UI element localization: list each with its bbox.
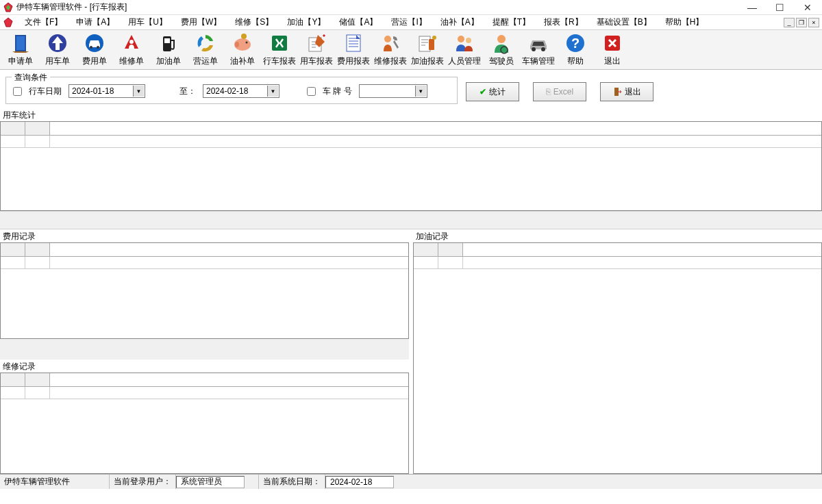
status-date-value: 2024-02-18 [325,476,394,488]
menu-vehicle[interactable]: 用车【U】 [121,15,174,29]
door-icon [10,32,32,54]
car-grey-icon [527,32,549,54]
expense-section-label: 费用记录 [0,229,409,242]
svg-point-11 [235,42,239,47]
tool-fuel-report[interactable]: 加油报表 [410,32,445,68]
date-to-combo[interactable]: 2024-02-18 ▼ [203,84,279,98]
tool-operate-order[interactable]: 营运单 [188,32,223,68]
tool-drive-report[interactable]: 行车报表 [262,32,297,68]
menu-expense[interactable]: 费用【W】 [174,15,228,29]
date-checkbox[interactable] [13,87,22,96]
driver-icon [490,32,512,54]
tool-vehicle-report[interactable]: 用车报表 [299,32,334,68]
divider [0,211,822,229]
status-bar: 伊特车辆管理软件 当前登录用户： 系统管理员 当前系统日期： 2024-02-1… [0,474,822,489]
tool-expense-order[interactable]: 费用单 [77,32,112,68]
exit-icon [601,32,623,54]
mdi-close-button[interactable]: × [808,18,819,27]
tool-vehicle-order[interactable]: 用车单 [40,32,75,68]
piggy-icon [232,32,253,54]
tool-label: 费用报表 [337,55,370,67]
svg-point-10 [246,42,248,44]
query-fieldset: 查询条件 行车日期 2024-01-18 ▼ 至： 2024-02-18 ▼ 车… [5,77,458,104]
menu-repair[interactable]: 维修【S】 [228,15,280,29]
person-red-icon [121,32,142,54]
date-from-combo[interactable]: 2024-01-18 ▼ [68,84,145,98]
excel-label: Excel [553,87,573,97]
svg-point-20 [458,36,464,42]
svg-point-24 [532,47,536,51]
menu-bar: 文件【F】 申请【A】 用车【U】 费用【W】 维修【S】 加油【Y】 储值【A… [0,15,822,30]
svg-text:?: ? [571,36,580,51]
title-bar: 伊特车辆管理软件 - [行车报表] — ☐ ✕ [0,0,822,15]
tool-repair-order[interactable]: 维修单 [114,32,149,68]
menu-operate[interactable]: 营运【I】 [384,15,433,29]
plate-combo[interactable]: ▼ [359,84,427,98]
usage-grid[interactable] [0,121,822,211]
tool-help[interactable]: ? 帮助 [558,32,593,68]
status-user-label: 当前登录用户： [110,475,176,489]
tool-driver[interactable]: 驾驶员 [484,32,519,68]
excel-icon [269,32,290,54]
tool-subsidy-order[interactable]: 油补单 [225,32,260,68]
tool-label: 驾驶员 [489,55,514,67]
tool-apply[interactable]: 申请单 [3,32,38,68]
tool-repair-report[interactable]: 维修报表 [373,32,408,68]
mdi-minimize-button[interactable]: _ [784,18,795,27]
plate-label: 车 牌 号 [323,86,352,97]
window-title: 伊特车辆管理软件 - [行车报表] [16,1,738,13]
tool-label: 车辆管理 [522,55,555,67]
check-icon: ✔ [480,87,486,97]
fuel-grid[interactable] [413,242,822,474]
tool-people[interactable]: 人员管理 [447,32,482,68]
usage-section-label: 用车统计 [0,108,822,121]
mdi-restore-button[interactable]: ❐ [796,18,807,27]
query-panel: 查询条件 行车日期 2024-01-18 ▼ 至： 2024-02-18 ▼ 车… [0,70,822,108]
menu-subsidy[interactable]: 油补【A】 [434,15,486,29]
menu-settings[interactable]: 基础设置【B】 [590,15,658,29]
menu-fuel[interactable]: 加油【Y】 [280,15,332,29]
status-app: 伊特车辆管理软件 [0,475,110,489]
close-button[interactable]: ✕ [793,0,822,14]
expense-grid[interactable] [0,242,409,339]
date-label: 行车日期 [29,86,62,97]
svg-point-21 [466,38,471,43]
menu-remind[interactable]: 提醒【T】 [486,15,537,29]
menu-report[interactable]: 报表【R】 [537,15,590,29]
fuel-icon [158,32,179,54]
excel-button[interactable]: ⎘ Excel [533,82,586,101]
repair-grid[interactable] [0,373,409,474]
tool-exit[interactable]: 退出 [595,32,630,68]
tool-label: 帮助 [567,55,584,67]
menu-file[interactable]: 文件【F】 [18,15,69,29]
date-from-value: 2024-01-18 [72,86,114,96]
fuel-section-label: 加油记录 [413,229,822,242]
exit-button[interactable]: 退出 [600,82,653,101]
plate-checkbox[interactable] [307,87,316,96]
status-date-label: 当前系统日期： [258,475,325,489]
tool-expense-report[interactable]: 费用报表 [336,32,371,68]
menu-deposit[interactable]: 储值【A】 [332,15,384,29]
svg-point-25 [541,47,545,51]
tool-label: 申请单 [8,55,33,67]
stat-label: 统计 [489,86,506,98]
menu-help[interactable]: 帮助【H】 [658,15,711,29]
sheet-icon [342,32,364,54]
stat-button[interactable]: ✔ 统计 [466,82,519,101]
chevron-down-icon: ▼ [267,86,278,97]
svg-point-6 [129,40,134,44]
tool-vehicle-manage[interactable]: 车辆管理 [521,32,556,68]
status-user-value: 系统管理员 [176,476,245,488]
menu-apply[interactable]: 申请【A】 [69,15,121,29]
recycle-icon [195,32,216,54]
query-legend: 查询条件 [12,72,50,84]
tool-fuel-order[interactable]: 加油单 [151,32,186,68]
tool-label: 用车报表 [300,55,333,67]
svg-point-22 [497,35,506,43]
maximize-button[interactable]: ☐ [766,0,793,14]
exit-label: 退出 [625,86,641,98]
tool-label: 退出 [604,55,621,67]
people-icon [453,32,475,54]
minimize-button[interactable]: — [738,0,766,14]
tool-label: 油补单 [230,55,255,67]
